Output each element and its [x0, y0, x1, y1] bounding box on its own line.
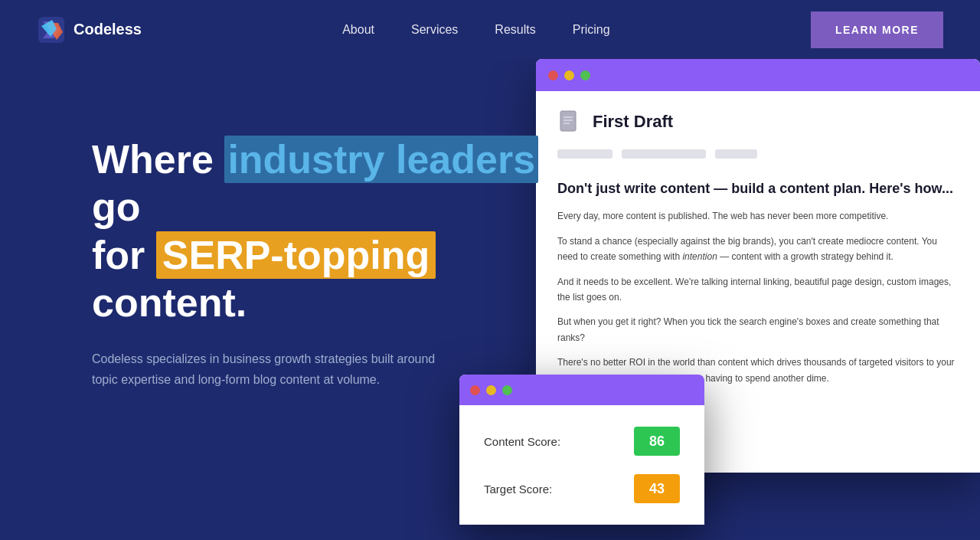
nav-item-pricing[interactable]: Pricing — [573, 23, 610, 37]
logo-icon — [37, 15, 66, 44]
dot-green-score — [502, 385, 512, 395]
nav-link-services[interactable]: Services — [411, 23, 458, 36]
nav-item-about[interactable]: About — [342, 23, 374, 37]
content-score-row: Content Score: 86 — [484, 427, 680, 456]
article-heading: Don't just write content — build a conte… — [557, 180, 959, 198]
hero-title-part4: content. — [92, 280, 247, 325]
hero-title-part2: go — [92, 185, 141, 229]
article-para2: To stand a chance (especially against th… — [557, 234, 959, 265]
bar2 — [622, 149, 706, 159]
browser-content-score: Content Score: 86 Target Score: 43 — [459, 405, 704, 525]
hero-title-part1: Where — [92, 137, 224, 182]
nav-item-results[interactable]: Results — [495, 23, 535, 37]
nav-links: About Services Results Pricing — [342, 23, 609, 37]
logo[interactable]: Codeless — [37, 15, 142, 44]
hero-title-highlight2: SERP-topping — [156, 231, 436, 279]
dot-yellow-score — [486, 385, 496, 395]
nav-link-about[interactable]: About — [342, 23, 374, 36]
hero-content: Where industry leaders go for SERP-toppi… — [92, 105, 551, 390]
article-para1: Every day, more content is published. Th… — [557, 208, 959, 224]
bar3 — [715, 149, 757, 159]
doc-bars — [557, 149, 959, 159]
hero-title: Where industry leaders go for SERP-toppi… — [92, 136, 551, 327]
navigation: Codeless About Services Results Pricing … — [0, 0, 980, 59]
dot-yellow-main — [564, 70, 574, 80]
target-score-label: Target Score: — [484, 483, 552, 496]
hero-section: Where industry leaders go for SERP-toppi… — [0, 59, 980, 540]
doc-header: First Draft — [557, 110, 959, 134]
nav-link-pricing[interactable]: Pricing — [573, 23, 610, 36]
logo-text: Codeless — [74, 21, 142, 38]
nav-link-results[interactable]: Results — [495, 23, 535, 36]
content-score-label: Content Score: — [484, 435, 560, 448]
hero-title-highlight1: industry leaders — [224, 136, 538, 183]
dot-red-score — [470, 385, 480, 395]
browser-score-window: Content Score: 86 Target Score: 43 — [459, 375, 704, 525]
target-score-row: Target Score: 43 — [484, 474, 680, 503]
article-para4: But when you get it right? When you tick… — [557, 314, 959, 345]
learn-more-button[interactable]: LEARN MORE — [811, 11, 943, 48]
dot-green-main — [580, 70, 590, 80]
hero-title-part3: for — [92, 233, 156, 277]
doc-title: First Draft — [593, 112, 673, 132]
content-score-badge: 86 — [634, 427, 680, 456]
doc-icon — [557, 110, 582, 134]
dot-red-main — [548, 70, 558, 80]
article-para3: And it needs to be excellent. We're talk… — [557, 274, 959, 306]
bar1 — [557, 149, 612, 159]
hero-subtitle: Codeless specializes in business growth … — [92, 349, 459, 390]
browser-bar-score — [459, 375, 704, 405]
browser-bar-main — [536, 59, 980, 91]
nav-item-services[interactable]: Services — [411, 23, 458, 37]
target-score-badge: 43 — [634, 474, 680, 503]
